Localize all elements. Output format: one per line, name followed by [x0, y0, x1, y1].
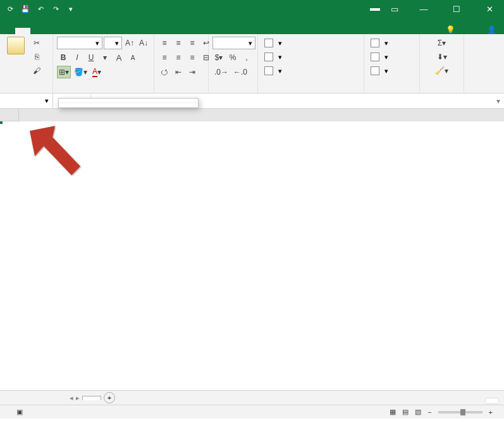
fill-icon[interactable]: ⬇▾	[424, 51, 460, 63]
save-icon[interactable]: 💾	[20, 4, 30, 15]
zoom-slider[interactable]	[438, 411, 482, 414]
cond-format-icon	[264, 39, 273, 47]
share-button[interactable]: 👤	[487, 25, 496, 34]
copy-icon[interactable]: ⎘	[30, 51, 43, 63]
minimize-button[interactable]: —	[409, 0, 438, 18]
ribbon: ✂ ⎘ 🖌 ▾ ▾ A↑ A↓ B I U ▾ A A ⊞▾	[0, 34, 504, 94]
qat-customize-icon[interactable]: ▾	[66, 4, 76, 15]
tab-formulas[interactable]	[61, 28, 76, 34]
zoom-out-icon[interactable]: −	[427, 408, 431, 416]
decrease-indent-icon[interactable]: ⇤	[172, 66, 185, 78]
tab-review[interactable]	[91, 28, 106, 34]
percent-icon[interactable]: %	[226, 51, 239, 64]
increase-indent-icon[interactable]: ⇥	[186, 66, 199, 78]
decrease-font-icon[interactable]: A↓	[137, 37, 150, 49]
insert-cells-button[interactable]: ▾	[368, 37, 415, 49]
borders-button[interactable]: ⊞▾	[57, 66, 71, 78]
increase-decimal-icon[interactable]: .0→	[212, 66, 230, 78]
menu-header-draw	[59, 103, 198, 107]
font-color-button[interactable]: A▾	[90, 66, 103, 78]
tab-help[interactable]	[121, 28, 137, 34]
decrease-font-icon2[interactable]: A	[126, 51, 139, 64]
borders-dropdown-menu	[58, 98, 199, 108]
align-center-icon[interactable]: ≡	[172, 51, 185, 64]
align-bottom-icon[interactable]: ≡	[186, 37, 199, 49]
view-pagebreak-icon[interactable]: ▧	[415, 408, 421, 416]
status-bar: ▣ ▦ ▤ ▧ − +	[0, 405, 504, 419]
align-top-icon[interactable]: ≡	[158, 37, 171, 49]
autosave-toggle[interactable]: ⟳	[5, 4, 15, 15]
sheet-tab-1[interactable]	[82, 396, 101, 400]
insert-cells-icon	[371, 39, 379, 47]
name-box[interactable]: ▾	[0, 94, 53, 108]
tab-file[interactable]	[0, 28, 15, 34]
add-sheet-button[interactable]: +	[104, 392, 115, 403]
search-icon[interactable]: 💡	[446, 25, 455, 34]
maximize-button[interactable]: ☐	[442, 0, 471, 18]
conditional-formatting-button[interactable]: ▾	[262, 37, 360, 49]
cell-styles-button[interactable]: ▾	[262, 64, 360, 77]
signin-button[interactable]	[370, 8, 380, 11]
fill-color-button[interactable]: 🪣▾	[72, 66, 89, 78]
increase-font-icon[interactable]: A↑	[123, 37, 136, 49]
format-cells-icon	[371, 66, 379, 75]
tab-pagelayout[interactable]	[46, 28, 61, 34]
align-middle-icon[interactable]: ≡	[172, 37, 185, 49]
view-layout-icon[interactable]: ▤	[402, 408, 409, 416]
menu-header-borders	[59, 99, 198, 103]
cell-styles-icon	[264, 66, 273, 75]
tab-data[interactable]	[76, 28, 91, 34]
number-format-combo[interactable]: ▾	[212, 37, 255, 49]
italic-button[interactable]: I	[71, 51, 83, 64]
orientation-icon[interactable]: ⭯	[158, 66, 171, 78]
ribbon-options-icon[interactable]: ▭	[384, 0, 405, 18]
select-all-corner[interactable]	[0, 109, 19, 121]
zoom-in-icon[interactable]: +	[489, 408, 493, 416]
redo-icon[interactable]: ↷	[51, 4, 61, 15]
paste-button[interactable]	[4, 37, 28, 92]
underline-button[interactable]: U	[85, 51, 97, 64]
view-normal-icon[interactable]: ▦	[390, 408, 396, 416]
font-name-combo[interactable]: ▾	[57, 37, 102, 49]
align-left-icon[interactable]: ≡	[158, 51, 171, 64]
worksheet-grid[interactable]	[0, 109, 504, 390]
ribbon-tabs: 💡 👤	[0, 18, 504, 34]
tab-view[interactable]	[106, 28, 121, 34]
format-cells-button[interactable]: ▾	[368, 64, 415, 77]
accounting-icon[interactable]: $▾	[212, 51, 225, 64]
expand-formula-bar-icon[interactable]: ▾	[493, 94, 504, 108]
sheet-tab-bar: ◂ ▸ +	[0, 390, 504, 405]
title-bar: ⟳ 💾 ↶ ↷ ▾ ▭ — ☐ ✕	[0, 0, 504, 18]
paste-icon	[7, 37, 25, 54]
watermark	[485, 398, 499, 404]
macro-record-icon[interactable]: ▣	[16, 408, 23, 416]
sheet-nav-prev-icon[interactable]: ◂	[70, 394, 73, 402]
font-more-1[interactable]: ▾	[99, 51, 111, 64]
bold-button[interactable]: B	[57, 51, 70, 64]
clear-icon[interactable]: 🧹▾	[424, 64, 460, 77]
cut-icon[interactable]: ✂	[30, 37, 43, 49]
tab-insert[interactable]	[30, 28, 46, 34]
increase-font-icon2[interactable]: A	[113, 51, 125, 64]
decrease-decimal-icon[interactable]: ←.0	[231, 66, 249, 78]
autosum-icon[interactable]: Σ▾	[424, 37, 460, 49]
comma-icon[interactable]: ,	[240, 51, 253, 64]
close-button[interactable]: ✕	[475, 0, 504, 18]
delete-cells-icon	[371, 52, 379, 61]
selection-marquee	[0, 121, 3, 124]
undo-icon[interactable]: ↶	[35, 4, 46, 15]
format-painter-icon[interactable]: 🖌	[30, 64, 43, 77]
align-right-icon[interactable]: ≡	[186, 51, 199, 64]
tab-home[interactable]	[15, 28, 30, 34]
table-icon	[264, 52, 273, 61]
sheet-nav-next-icon[interactable]: ▸	[76, 394, 80, 402]
delete-cells-button[interactable]: ▾	[368, 51, 415, 63]
font-size-combo[interactable]: ▾	[104, 37, 123, 49]
format-as-table-button[interactable]: ▾	[262, 51, 360, 63]
